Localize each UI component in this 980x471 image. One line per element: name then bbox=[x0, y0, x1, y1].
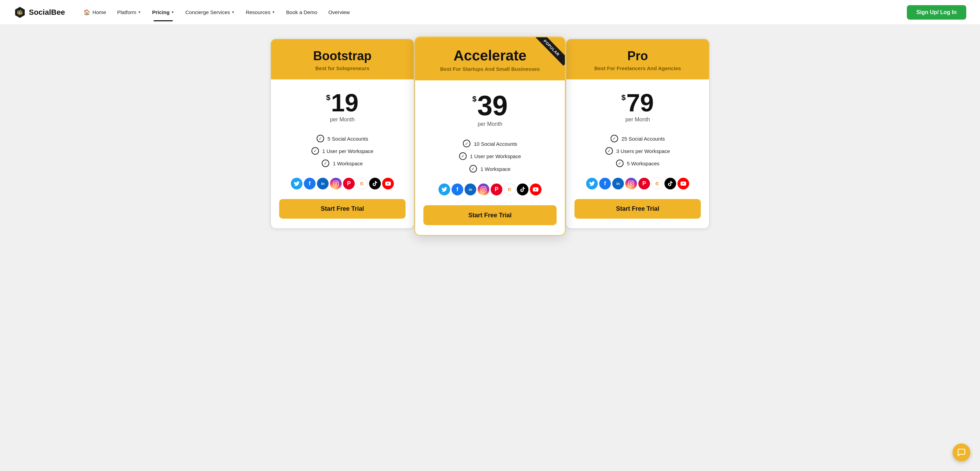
price-amount-accelerate: 39 bbox=[477, 91, 508, 120]
check-icon: ✓ bbox=[312, 147, 319, 155]
svg-point-7 bbox=[482, 188, 485, 190]
social-icons-accelerate: f in P G bbox=[423, 184, 557, 196]
pinterest-icon: P bbox=[343, 178, 355, 190]
card-header-pro: Pro Best For Freelancers And Agencies bbox=[566, 39, 709, 80]
tiktok-icon bbox=[665, 178, 676, 190]
linkedin-icon: in bbox=[465, 184, 476, 196]
feature-text: 1 Workspace bbox=[333, 161, 363, 166]
check-icon: ✓ bbox=[322, 160, 329, 167]
nav-item-concierge[interactable]: Concierge Services ▼ bbox=[181, 6, 240, 18]
facebook-icon: f bbox=[304, 178, 315, 190]
svg-rect-6 bbox=[481, 187, 486, 192]
start-trial-button-accelerate[interactable]: Start Free Trial bbox=[423, 205, 557, 225]
svg-point-4 bbox=[337, 182, 337, 182]
feature-item: ✓ 1 User per Workspace bbox=[279, 145, 406, 157]
feature-text: 3 Users per Workspace bbox=[616, 148, 670, 154]
feature-item: ✓ 5 Workspaces bbox=[574, 157, 701, 169]
feature-text: 1 User per Workspace bbox=[470, 153, 521, 159]
price-amount-bootstrap: 19 bbox=[331, 90, 358, 115]
feature-item: ✓ 3 Users per Workspace bbox=[574, 145, 701, 157]
feature-item: ✓ 1 Workspace bbox=[423, 163, 557, 175]
tiktok-icon bbox=[517, 184, 528, 196]
check-icon: ✓ bbox=[611, 135, 618, 142]
twitter-icon bbox=[439, 184, 450, 196]
feature-text: 1 User per Workspace bbox=[323, 148, 374, 154]
instagram-icon bbox=[478, 184, 489, 196]
nav-right: Sign Up/ Log In bbox=[907, 5, 966, 19]
nav-item-book-demo[interactable]: Book a Demo bbox=[281, 6, 322, 18]
svg-point-12 bbox=[632, 182, 633, 182]
card-body-accelerate: $ 39 per Month ✓ 10 Social Accounts ✓ 1 … bbox=[415, 80, 565, 235]
svg-rect-10 bbox=[629, 181, 634, 186]
price-section-accelerate: $ 39 per Month bbox=[423, 91, 557, 127]
svg-point-8 bbox=[485, 188, 485, 188]
price-amount-pro: 79 bbox=[626, 90, 654, 115]
nav-concierge-label: Concierge Services bbox=[185, 9, 230, 15]
signup-button[interactable]: Sign Up/ Log In bbox=[907, 5, 966, 19]
chat-bubble[interactable] bbox=[953, 444, 970, 461]
card-body-bootstrap: $ 19 per Month ✓ 5 Social Accounts ✓ 1 U… bbox=[271, 80, 414, 228]
google-icon: G bbox=[504, 184, 515, 196]
linkedin-icon: in bbox=[317, 178, 329, 190]
price-section-pro: $ 79 per Month bbox=[574, 90, 701, 123]
feature-item: ✓ 10 Social Accounts bbox=[423, 137, 557, 150]
nav-item-home[interactable]: 🏠 Home bbox=[79, 6, 111, 18]
logo[interactable]: 🐝 SocialBee bbox=[14, 6, 65, 19]
features-list-pro: ✓ 25 Social Accounts ✓ 3 Users per Works… bbox=[574, 133, 701, 169]
nav-platform-label: Platform bbox=[117, 9, 136, 15]
linkedin-icon: in bbox=[612, 178, 624, 190]
feature-item: ✓ 5 Social Accounts bbox=[279, 133, 406, 145]
logo-icon: 🐝 bbox=[14, 6, 26, 19]
price-section-bootstrap: $ 19 per Month bbox=[279, 90, 406, 123]
feature-text: 10 Social Accounts bbox=[474, 141, 517, 147]
instagram-icon bbox=[625, 178, 637, 190]
twitter-icon bbox=[586, 178, 598, 190]
popular-badge-text: POPULAR bbox=[534, 37, 565, 65]
nav-item-resources[interactable]: Resources ▼ bbox=[241, 6, 280, 18]
pinterest-icon: P bbox=[638, 178, 650, 190]
chevron-down-icon: ▼ bbox=[272, 10, 275, 14]
pinterest-icon: P bbox=[491, 184, 502, 196]
price-period-accelerate: per Month bbox=[423, 121, 557, 127]
brand-name: SocialBee bbox=[29, 8, 65, 17]
youtube-icon bbox=[382, 178, 394, 190]
nav-resources-label: Resources bbox=[246, 9, 270, 15]
feature-text: 5 Social Accounts bbox=[328, 136, 368, 142]
youtube-icon bbox=[678, 178, 689, 190]
chat-icon bbox=[957, 448, 966, 457]
plan-name-bootstrap: Bootstrap bbox=[279, 49, 406, 63]
plan-subtitle-bootstrap: Best for Solopreneurs bbox=[279, 65, 406, 71]
nav-item-pricing[interactable]: Pricing ▼ bbox=[147, 6, 179, 18]
youtube-icon bbox=[530, 184, 541, 196]
popular-badge: POPULAR bbox=[531, 37, 565, 72]
chevron-down-icon: ▼ bbox=[231, 10, 235, 14]
price-period-bootstrap: per Month bbox=[279, 117, 406, 123]
nav-item-platform[interactable]: Platform ▼ bbox=[112, 6, 146, 18]
nav-book-demo-label: Book a Demo bbox=[286, 9, 317, 15]
social-icons-pro: f in P G bbox=[574, 178, 701, 190]
instagram-icon bbox=[330, 178, 342, 190]
plan-subtitle-pro: Best For Freelancers And Agencies bbox=[574, 65, 701, 71]
start-trial-button-pro[interactable]: Start Free Trial bbox=[574, 199, 701, 219]
social-icons-bootstrap: f in P G bbox=[279, 178, 406, 190]
start-trial-button-bootstrap[interactable]: Start Free Trial bbox=[279, 199, 406, 219]
svg-text:🐝: 🐝 bbox=[16, 9, 23, 16]
nav-item-overview[interactable]: Overview bbox=[323, 6, 355, 18]
check-icon: ✓ bbox=[463, 140, 471, 147]
main-content: Bootstrap Best for Solopreneurs $ 19 per… bbox=[0, 25, 980, 471]
svg-rect-2 bbox=[333, 181, 339, 186]
card-body-pro: $ 79 per Month ✓ 25 Social Accounts ✓ 3 … bbox=[566, 80, 709, 228]
check-icon: ✓ bbox=[616, 160, 624, 167]
plan-name-pro: Pro bbox=[574, 49, 701, 63]
chevron-down-icon: ▼ bbox=[171, 10, 175, 14]
feature-text: 25 Social Accounts bbox=[622, 136, 665, 142]
plan-card-bootstrap: Bootstrap Best for Solopreneurs $ 19 per… bbox=[270, 38, 414, 229]
google-icon: G bbox=[651, 178, 663, 190]
svg-point-3 bbox=[335, 182, 337, 185]
feature-text: 1 Workspace bbox=[480, 166, 510, 172]
price-dollar-accelerate: $ bbox=[472, 94, 476, 104]
price-dollar-bootstrap: $ bbox=[326, 93, 330, 102]
plan-card-pro: Pro Best For Freelancers And Agencies $ … bbox=[566, 38, 710, 229]
price-row-accelerate: $ 39 bbox=[423, 91, 557, 120]
nav-pricing-label: Pricing bbox=[152, 9, 170, 15]
